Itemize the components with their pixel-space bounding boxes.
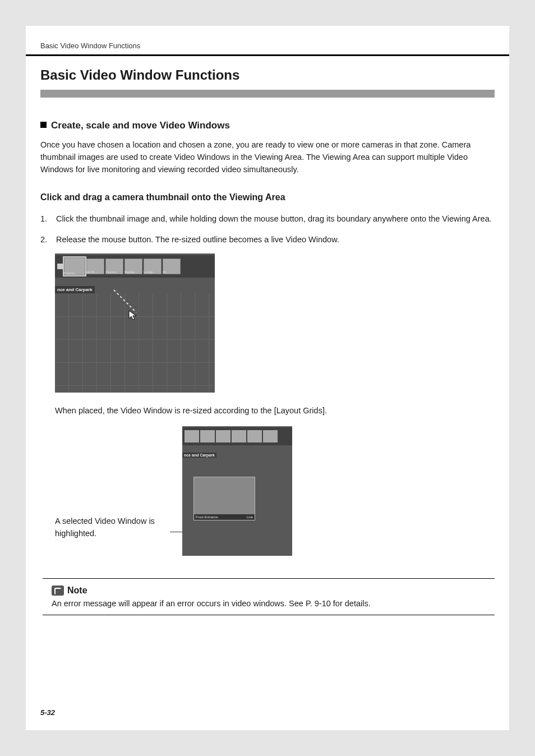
page-title: Basic Video Window Functions: [40, 67, 495, 83]
text-span: ].: [322, 406, 327, 415]
text-span: When placed, the Video Window is re-size…: [55, 406, 276, 415]
note-header: Note: [52, 586, 495, 596]
video-window-titlebar: Front Entrance Live: [194, 514, 255, 520]
section-heading-text: Create, scale and move Video Windows: [51, 120, 230, 131]
video-window: Front Entrance Live: [193, 477, 255, 520]
step-text: Click the thumbnail image and, while hol…: [56, 214, 492, 223]
content-area: Basic Video Window Functions Create, sca…: [26, 56, 509, 615]
note-icon: [52, 586, 64, 596]
title-underline-bar: [40, 90, 495, 98]
layout-grids-text: When placed, the Video Window is re-size…: [55, 406, 495, 415]
note-title: Note: [67, 586, 87, 596]
screenshot-placed-window: nce and Carpark Front Entrance Live: [182, 426, 292, 556]
dropdown-icon: [57, 264, 63, 269]
figure-2-row: A selected Video Window is highlighted. …: [55, 426, 495, 556]
camera-thumbnail: [232, 430, 246, 442]
thumbnail-toolbar: Front En... ore Ro... Cleaners Register.…: [55, 255, 215, 278]
step-number: 2.: [40, 233, 47, 246]
thumb-label: Fil...: [163, 270, 168, 274]
callout-line: [170, 532, 182, 532]
zone-label: nce and Carpark: [55, 286, 95, 293]
page-number: 5-32: [40, 708, 55, 717]
camera-thumbnail: [216, 430, 230, 442]
thumb-label: Front En...: [64, 271, 77, 275]
step-2: 2.Release the mouse button. The re-sized…: [40, 233, 495, 246]
text-span: Layout Grids: [276, 406, 322, 415]
steps-list: 1.Click the thumbnail image and, while h…: [40, 213, 495, 246]
thumb-label: Register...: [124, 270, 137, 274]
step-1: 1.Click the thumbnail image and, while h…: [40, 213, 495, 225]
section-heading: Create, scale and move Video Windows: [40, 120, 495, 131]
zone-label: nce and Carpark: [182, 453, 216, 458]
figure-1: Front En... ore Ro... Cleaners Register.…: [55, 253, 495, 393]
note-body: An error message will appear if an error…: [52, 599, 495, 608]
page: Basic Video Window Functions Basic Video…: [26, 26, 509, 730]
camera-thumbnail: [247, 430, 262, 442]
thumbnail-toolbar: [182, 427, 292, 445]
intro-paragraph: Once you have chosen a location and chos…: [40, 139, 495, 176]
svg-line-0: [114, 290, 136, 312]
thumb-label: Lounge ...: [144, 270, 156, 274]
step-number: 1.: [40, 213, 47, 225]
video-window-name: Front Entrance: [196, 515, 218, 519]
screenshot-drag-thumbnail: Front En... ore Ro... Cleaners Register.…: [55, 253, 215, 393]
square-bullet-icon: [40, 122, 47, 128]
header-breadcrumb: Basic Video Window Functions: [26, 26, 509, 54]
thumb-label: Cleaners: [105, 270, 117, 274]
video-window-status: Live: [247, 515, 253, 519]
thumb-label: ore Ro...: [86, 270, 97, 274]
cursor-icon: [128, 310, 139, 321]
camera-thumbnail: [200, 430, 215, 442]
figure-2-caption: A selected Video Window is highlighted.: [55, 442, 170, 540]
sub-heading: Click and drag a camera thumbnail onto t…: [40, 192, 495, 202]
camera-thumbnail: [263, 430, 278, 442]
step-text: Release the mouse button. The re-sized o…: [56, 235, 339, 244]
note-callout: Note An error message will appear if an …: [43, 578, 495, 615]
svg-marker-1: [129, 311, 136, 320]
camera-thumbnail: [185, 430, 199, 442]
